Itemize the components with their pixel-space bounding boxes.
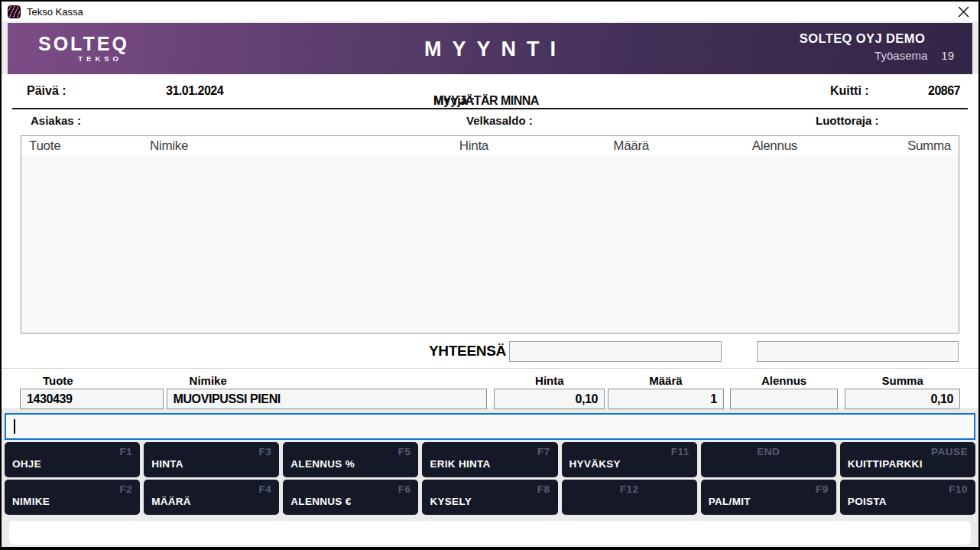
nimike-field[interactable] xyxy=(167,389,488,409)
app-icon xyxy=(8,5,21,18)
receipt-info-row: Päivä : 31.01.2024 Myyjä : MYYJÄTÄR MINN… xyxy=(2,74,978,108)
date-label: Päivä : xyxy=(27,84,67,98)
line-entry-section: Tuote Nimike Hinta Määrä Alennus Summa xyxy=(20,374,960,409)
column-header-nimike: Nimike xyxy=(150,138,366,154)
text-caret xyxy=(14,419,15,434)
window-title: Tekso Kassa xyxy=(27,6,83,18)
screen-title: MYYNTI xyxy=(414,37,566,60)
app-header: SOLTEQ TEKSO MYYNTI SOLTEQ OYJ DEMO Työa… xyxy=(8,23,972,74)
summa-field[interactable] xyxy=(845,389,960,409)
customer-info-row: Asiakas : Velkasaldo : Luottoraja : xyxy=(2,109,978,133)
tuote-field[interactable] xyxy=(20,389,164,409)
column-header-alennus: Alennus xyxy=(649,138,797,154)
entry-labels-row: Tuote Nimike Hinta Määrä Alennus Summa xyxy=(20,374,960,387)
fkey-alennus-euro[interactable]: F6ALENNUS € xyxy=(283,480,418,515)
tekso-kassa-window: Tekso Kassa SOLTEQ TEKSO MYYNTI SOLTEQ O… xyxy=(0,0,980,550)
total-amount-box xyxy=(509,341,722,362)
customer-label: Asiakas : xyxy=(31,114,81,127)
entry-label-summa: Summa xyxy=(845,374,960,387)
solteq-logo: SOLTEQ TEKSO xyxy=(38,34,122,63)
store-info: SOLTEQ OYJ DEMO Työasema19 xyxy=(771,31,954,62)
workstation-number: 19 xyxy=(941,49,954,62)
company-name: SOLTEQ OYJ DEMO xyxy=(771,31,954,46)
alennus-field[interactable] xyxy=(730,389,839,409)
sale-content: Päivä : 31.01.2024 Myyjä : MYYJÄTÄR MINN… xyxy=(2,74,978,408)
command-input[interactable] xyxy=(5,413,975,440)
totals-label: YHTEENSÄ xyxy=(429,343,506,360)
title-bar: Tekso Kassa xyxy=(2,2,978,21)
secondary-total-box xyxy=(757,341,959,362)
hinta-field[interactable] xyxy=(494,389,605,409)
receipt-number: 20867 xyxy=(928,84,960,98)
credit-label: Luottoraja : xyxy=(816,114,879,127)
fkey-alennus-prosentti[interactable]: F5ALENNUS % xyxy=(283,442,418,477)
fkey-poista[interactable]: F10POISTA xyxy=(840,480,975,515)
entry-label-hinta: Hinta xyxy=(495,374,605,387)
close-button[interactable] xyxy=(956,4,971,19)
logo-sub-text: TEKSO xyxy=(38,54,122,63)
entry-divider xyxy=(2,368,978,369)
fkey-maara[interactable]: F4MÄÄRÄ xyxy=(144,480,279,515)
sale-table-body xyxy=(21,157,959,334)
entry-label-maara: Määrä xyxy=(608,374,724,387)
sale-table-header: Tuote Nimike Hinta Määrä Alennus Summa xyxy=(21,136,959,157)
receipt-label: Kuitti : xyxy=(830,84,869,98)
fkey-hyvaksy[interactable]: F11HYVÄKSY xyxy=(562,442,697,477)
fkey-pal-mit[interactable]: F9PAL/MIT xyxy=(701,480,836,515)
maara-field[interactable] xyxy=(608,389,724,409)
column-header-tuote: Tuote xyxy=(29,138,150,154)
entry-label-tuote: Tuote xyxy=(20,374,164,387)
entry-label-alennus: Alennus xyxy=(730,374,839,387)
fkey-erik-hinta[interactable]: F7ERIK HINTA xyxy=(422,442,557,477)
fkey-kuittiparkki[interactable]: PAUSEKUITTIPARKKI xyxy=(840,442,975,477)
column-header-summa: Summa xyxy=(797,138,951,154)
function-key-grid: F1OHJE F3HINTA F5ALENNUS % F7ERIK HINTA … xyxy=(5,442,975,515)
fkey-nimike[interactable]: F2NIMIKE xyxy=(5,480,140,515)
date-value: 31.01.2024 xyxy=(166,84,223,98)
sale-lines-table: Tuote Nimike Hinta Määrä Alennus Summa xyxy=(21,135,959,334)
entry-fields-row xyxy=(20,389,960,409)
workstation-row: Työasema19 xyxy=(771,49,954,62)
workstation-label: Työasema xyxy=(875,49,927,62)
status-bar xyxy=(9,521,971,545)
column-header-hinta: Hinta xyxy=(366,138,488,154)
logo-main-text: SOLTEQ xyxy=(38,34,122,54)
entry-label-nimike: Nimike xyxy=(167,374,488,387)
command-input-wrap xyxy=(5,413,975,440)
totals-row: YHTEENSÄ xyxy=(2,340,959,362)
debt-label: Velkasaldo : xyxy=(466,114,533,127)
fkey-kysely[interactable]: F8KYSELY xyxy=(422,480,557,515)
fkey-f12[interactable]: F12 xyxy=(562,480,697,515)
fkey-ohje[interactable]: F1OHJE xyxy=(5,442,140,477)
fkey-end[interactable]: END xyxy=(701,442,836,477)
close-icon xyxy=(958,6,969,18)
fkey-hinta[interactable]: F3HINTA xyxy=(144,442,279,477)
seller-value: MYYJÄTÄR MINNA xyxy=(433,94,539,108)
column-header-maara: Määrä xyxy=(488,138,649,154)
